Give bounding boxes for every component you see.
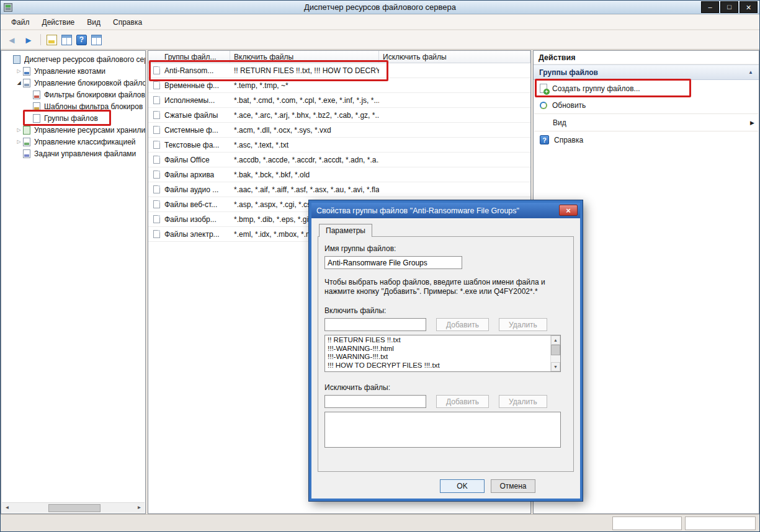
action-view[interactable]: Вид — [534, 114, 759, 131]
panes-icon[interactable] — [91, 35, 102, 45]
cancel-button[interactable]: Отмена — [491, 479, 535, 493]
action-label: Создать группу файлов... — [552, 84, 640, 93]
actions-group-header[interactable]: Группы файлов — [534, 64, 759, 80]
action-label: Справка — [554, 136, 583, 144]
tree-item[interactable]: Диспетчер ресурсов файлового сер — [1, 53, 145, 65]
tree-item[interactable]: Задачи управления файлами — [1, 148, 145, 159]
file-group-icon — [153, 111, 160, 119]
exclude-pattern-input[interactable] — [324, 395, 426, 408]
file-group-icon — [153, 185, 160, 193]
tree-horizontal-scrollbar[interactable] — [2, 502, 145, 513]
file-group-name-input[interactable] — [324, 256, 462, 269]
scroll-down-icon[interactable] — [551, 362, 560, 371]
tree-item[interactable]: Фильтры блокировки файлов — [1, 89, 145, 100]
file-group-name: Исполняемы... — [164, 96, 215, 105]
include-files-cell: !! RETURN FILES !!.txt, !!! HOW TO DECRY… — [230, 66, 379, 75]
minimize-button[interactable] — [701, 1, 719, 13]
maximize-button[interactable] — [720, 1, 738, 13]
file-group-name: Anti-Ransom... — [164, 66, 213, 75]
include-files-cell: *.ace, *.arc, *.arj, *.bhx, *.bz2, *.cab… — [230, 111, 379, 120]
expander-collapsed-icon[interactable] — [15, 128, 23, 133]
help-icon — [540, 135, 549, 144]
listbox-scrollbar[interactable] — [550, 335, 560, 371]
filter-icon — [33, 91, 40, 99]
tree-item[interactable]: Группы файлов — [1, 112, 145, 124]
include-files-cell: *.accdb, *.accde, *.accdr, *.accdt, *.ad… — [230, 156, 379, 164]
tree-item[interactable]: Управление ресурсами хранили — [1, 124, 145, 136]
scroll-up-icon[interactable] — [551, 335, 560, 345]
minimize-icon — [708, 4, 712, 11]
file-group-name: Текстовые фа... — [164, 141, 219, 149]
classification-icon — [23, 138, 30, 146]
file-group-row[interactable]: Текстовые фа...*.asc, *.text, *.txt — [148, 138, 530, 153]
dialog-close-button[interactable] — [559, 205, 578, 216]
file-group-row[interactable]: Сжатые файлы*.ace, *.arc, *.arj, *.bhx, … — [148, 108, 530, 123]
exclude-files-listbox[interactable] — [324, 412, 561, 448]
file-group-icon — [153, 66, 160, 74]
file-group-row[interactable]: Файлы архива*.bak, *.bck, *.bkf, *.old — [148, 167, 530, 182]
menu-action[interactable]: Действие — [37, 16, 81, 29]
ok-button[interactable]: OK — [440, 479, 485, 493]
back-button[interactable]: ◄ — [6, 35, 18, 45]
scroll-left-icon[interactable] — [2, 503, 12, 513]
create-file-group-icon — [540, 84, 547, 93]
column-header-include-files[interactable]: Включить файлы — [230, 51, 379, 63]
file-group-row[interactable]: Файлы аудио ...*.aac, *.aif, *.aiff, *.a… — [148, 182, 530, 197]
exclude-remove-button[interactable]: Удалить — [499, 395, 547, 408]
file-group-row[interactable]: Исполняемы...*.bat, *.cmd, *.com, *.cpl,… — [148, 93, 530, 108]
include-files-listbox[interactable]: !! RETURN FILES !!.txt!!!-WARNING-!!!.ht… — [324, 335, 561, 372]
refresh-icon — [540, 102, 547, 109]
file-group-icon — [153, 156, 160, 164]
include-file-item[interactable]: !!! HOW TO DECRYPT FILES !!!.txt — [325, 361, 550, 370]
file-group-row[interactable]: Системные ф...*.acm, *.dll, *.ocx, *.sys… — [148, 123, 530, 138]
tree-item[interactable]: Управление блокировкой файло — [1, 77, 145, 89]
dialog-titlebar[interactable]: Свойства группы файлов "Anti-Ransomware … — [311, 203, 580, 218]
settings-group-box: Имя группы файлов: Чтобы выбрать набор ф… — [318, 236, 574, 472]
collapse-icon[interactable] — [748, 69, 753, 75]
menu-file[interactable]: Файл — [6, 16, 35, 29]
forward-button[interactable]: ► — [22, 35, 35, 45]
actions-group-label: Группы файлов — [539, 68, 598, 77]
tree-item[interactable]: Управление квотами — [1, 65, 145, 77]
close-button[interactable] — [740, 1, 758, 13]
include-files-cell: *.aac, *.aif, *.aiff, *.asf, *.asx, *.au… — [230, 185, 379, 194]
tree-item-label: Шаблоны фильтра блокиров — [44, 102, 143, 111]
tree-item[interactable]: Шаблоны фильтра блокиров — [1, 100, 145, 112]
menu-view[interactable]: Вид — [81, 16, 106, 29]
file-group-name-label: Имя группы файлов: — [324, 244, 567, 253]
expander-collapsed-icon[interactable] — [15, 140, 23, 144]
tab-parameters[interactable]: Параметры — [319, 224, 372, 237]
scroll-right-icon[interactable] — [134, 503, 145, 513]
menu-help[interactable]: Справка — [107, 16, 148, 29]
help-icon[interactable] — [76, 35, 87, 45]
file-group-row[interactable]: Anti-Ransom...!! RETURN FILES !!.txt, !!… — [148, 63, 530, 78]
scroll-thumb[interactable] — [551, 345, 560, 355]
tree-item-label: Диспетчер ресурсов файлового сер — [24, 55, 145, 64]
tree-item-label: Управление классификацией — [34, 138, 136, 146]
menubar: Файл Действие Вид Справка — [1, 15, 759, 30]
export-list-icon[interactable] — [47, 35, 57, 45]
scroll-thumb[interactable] — [48, 504, 101, 512]
include-remove-button[interactable]: Удалить — [499, 318, 547, 331]
tree-item[interactable]: Управление классификацией — [1, 136, 145, 148]
include-pattern-input[interactable] — [324, 318, 426, 331]
file-group-row[interactable]: Временные ф...*.temp, *.tmp, ~* — [148, 78, 530, 93]
file-group-properties-dialog: Свойства группы файлов "Anti-Ransomware … — [309, 200, 583, 501]
expander-collapsed-icon[interactable] — [15, 69, 23, 74]
exclude-add-button[interactable]: Добавить — [436, 395, 489, 408]
include-add-button[interactable]: Добавить — [436, 318, 489, 331]
action-refresh[interactable]: Обновить — [534, 97, 759, 113]
dialog-title: Свойства группы файлов "Anti-Ransomware … — [316, 206, 519, 215]
expander-expanded-icon[interactable] — [15, 81, 23, 86]
column-header-file-groups[interactable]: Группы файл... — [148, 51, 230, 63]
screening-icon — [23, 79, 30, 87]
include-file-item[interactable]: !! RETURN FILES !!.txt — [325, 336, 550, 345]
include-file-item[interactable]: !!!-WARNING-!!!.html — [325, 345, 550, 353]
include-file-item[interactable]: !!!-WARNING-!!!.txt — [325, 353, 550, 361]
action-help[interactable]: Справка — [534, 131, 759, 148]
file-group-row[interactable]: Файлы Office*.accdb, *.accde, *.accdr, *… — [148, 153, 530, 167]
column-header-exclude-files[interactable]: Исключить файлы — [379, 51, 530, 63]
console-tree-icon[interactable] — [61, 35, 72, 45]
action-create-file-group[interactable]: Создать группу файлов... — [534, 80, 759, 97]
dialog-body: Параметры Имя группы файлов: Чтобы выбра… — [311, 218, 580, 499]
